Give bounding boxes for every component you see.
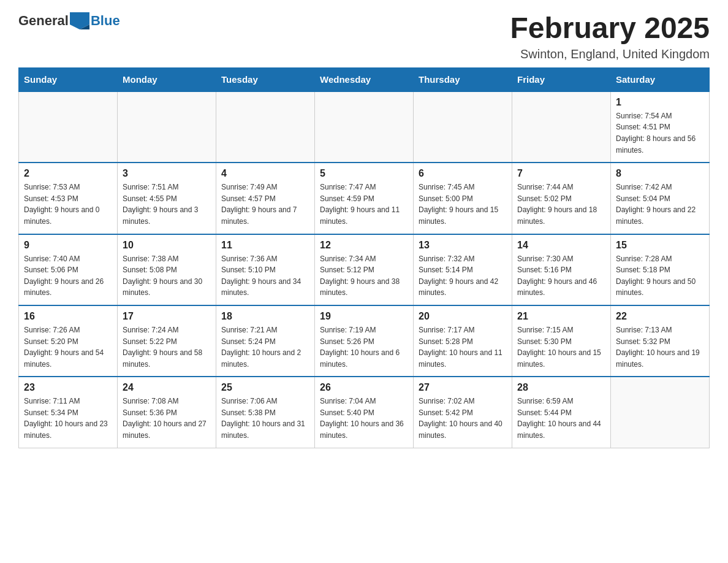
- calendar-cell: 14Sunrise: 7:30 AMSunset: 5:16 PMDayligh…: [512, 234, 611, 305]
- day-info: Sunrise: 7:30 AMSunset: 5:16 PMDaylight:…: [517, 253, 605, 299]
- day-info: Sunrise: 7:08 AMSunset: 5:36 PMDaylight:…: [123, 396, 211, 441]
- calendar-cell: [216, 91, 315, 163]
- calendar-cell: 1Sunrise: 7:54 AMSunset: 4:51 PMDaylight…: [611, 91, 710, 163]
- calendar-cell: 18Sunrise: 7:21 AMSunset: 5:24 PMDayligh…: [216, 305, 315, 377]
- day-number: 13: [419, 240, 507, 251]
- day-number: 23: [24, 382, 112, 393]
- calendar-cell: 19Sunrise: 7:19 AMSunset: 5:26 PMDayligh…: [315, 305, 414, 377]
- calendar-week-row: 1Sunrise: 7:54 AMSunset: 4:51 PMDaylight…: [19, 91, 710, 163]
- calendar-week-row: 16Sunrise: 7:26 AMSunset: 5:20 PMDayligh…: [19, 305, 710, 377]
- calendar-day-header: Wednesday: [315, 67, 414, 91]
- day-info: Sunrise: 7:51 AMSunset: 4:55 PMDaylight:…: [123, 182, 211, 227]
- day-info: Sunrise: 7:54 AMSunset: 4:51 PMDaylight:…: [616, 110, 704, 156]
- calendar-day-header: Tuesday: [216, 67, 315, 91]
- day-info: Sunrise: 7:02 AMSunset: 5:42 PMDaylight:…: [419, 396, 507, 441]
- day-number: 15: [616, 240, 704, 251]
- calendar-cell: 13Sunrise: 7:32 AMSunset: 5:14 PMDayligh…: [414, 234, 512, 305]
- day-number: 26: [320, 382, 408, 393]
- calendar-cell: 26Sunrise: 7:04 AMSunset: 5:40 PMDayligh…: [315, 377, 414, 448]
- day-number: 25: [221, 382, 309, 393]
- day-info: Sunrise: 7:04 AMSunset: 5:40 PMDaylight:…: [320, 396, 408, 441]
- logo-text-blue: Blue: [91, 13, 120, 29]
- calendar-cell: [611, 377, 710, 448]
- day-info: Sunrise: 7:38 AMSunset: 5:08 PMDaylight:…: [123, 253, 211, 299]
- calendar-cell: 24Sunrise: 7:08 AMSunset: 5:36 PMDayligh…: [118, 377, 216, 448]
- day-info: Sunrise: 7:24 AMSunset: 5:22 PMDaylight:…: [123, 324, 211, 370]
- day-info: Sunrise: 7:49 AMSunset: 4:57 PMDaylight:…: [221, 182, 309, 227]
- day-info: Sunrise: 7:11 AMSunset: 5:34 PMDaylight:…: [24, 396, 112, 441]
- day-info: Sunrise: 7:44 AMSunset: 5:02 PMDaylight:…: [517, 182, 605, 227]
- day-info: Sunrise: 7:32 AMSunset: 5:14 PMDaylight:…: [419, 253, 507, 299]
- calendar-table: SundayMondayTuesdayWednesdayThursdayFrid…: [18, 67, 710, 448]
- calendar-cell: [118, 91, 216, 163]
- day-info: Sunrise: 7:06 AMSunset: 5:38 PMDaylight:…: [221, 396, 309, 441]
- day-number: 12: [320, 240, 408, 251]
- calendar-cell: 28Sunrise: 6:59 AMSunset: 5:44 PMDayligh…: [512, 377, 611, 448]
- page-header: General Blue February 2025 Swinton, Engl…: [18, 12, 710, 61]
- day-info: Sunrise: 7:26 AMSunset: 5:20 PMDaylight:…: [24, 324, 112, 370]
- day-info: Sunrise: 7:42 AMSunset: 5:04 PMDaylight:…: [616, 182, 704, 227]
- month-title: February 2025: [510, 12, 710, 45]
- day-number: 10: [123, 240, 211, 251]
- day-info: Sunrise: 7:17 AMSunset: 5:28 PMDaylight:…: [419, 324, 507, 370]
- day-number: 22: [616, 311, 704, 322]
- calendar-cell: 22Sunrise: 7:13 AMSunset: 5:32 PMDayligh…: [611, 305, 710, 377]
- day-number: 21: [517, 311, 605, 322]
- calendar-cell: 27Sunrise: 7:02 AMSunset: 5:42 PMDayligh…: [414, 377, 512, 448]
- calendar-cell: 3Sunrise: 7:51 AMSunset: 4:55 PMDaylight…: [118, 163, 216, 234]
- calendar-week-row: 23Sunrise: 7:11 AMSunset: 5:34 PMDayligh…: [19, 377, 710, 448]
- day-info: Sunrise: 7:36 AMSunset: 5:10 PMDaylight:…: [221, 253, 309, 299]
- calendar-cell: [414, 91, 512, 163]
- calendar-cell: 9Sunrise: 7:40 AMSunset: 5:06 PMDaylight…: [19, 234, 118, 305]
- day-number: 1: [616, 97, 704, 108]
- calendar-day-header: Thursday: [414, 67, 512, 91]
- day-info: Sunrise: 7:13 AMSunset: 5:32 PMDaylight:…: [616, 324, 704, 370]
- calendar-week-row: 9Sunrise: 7:40 AMSunset: 5:06 PMDaylight…: [19, 234, 710, 305]
- calendar-cell: 12Sunrise: 7:34 AMSunset: 5:12 PMDayligh…: [315, 234, 414, 305]
- logo-text-general: General: [18, 13, 69, 29]
- calendar-cell: 7Sunrise: 7:44 AMSunset: 5:02 PMDaylight…: [512, 163, 611, 234]
- day-number: 8: [616, 168, 704, 179]
- calendar-day-header: Monday: [118, 67, 216, 91]
- calendar-week-row: 2Sunrise: 7:53 AMSunset: 4:53 PMDaylight…: [19, 163, 710, 234]
- day-info: Sunrise: 7:19 AMSunset: 5:26 PMDaylight:…: [320, 324, 408, 370]
- calendar-cell: 15Sunrise: 7:28 AMSunset: 5:18 PMDayligh…: [611, 234, 710, 305]
- day-number: 5: [320, 168, 408, 179]
- day-number: 4: [221, 168, 309, 179]
- calendar-cell: 17Sunrise: 7:24 AMSunset: 5:22 PMDayligh…: [118, 305, 216, 377]
- day-info: Sunrise: 7:47 AMSunset: 4:59 PMDaylight:…: [320, 182, 408, 227]
- title-section: February 2025 Swinton, England, United K…: [510, 12, 710, 61]
- day-number: 18: [221, 311, 309, 322]
- day-number: 17: [123, 311, 211, 322]
- calendar-cell: 10Sunrise: 7:38 AMSunset: 5:08 PMDayligh…: [118, 234, 216, 305]
- calendar-cell: 5Sunrise: 7:47 AMSunset: 4:59 PMDaylight…: [315, 163, 414, 234]
- day-number: 16: [24, 311, 112, 322]
- calendar-day-header: Friday: [512, 67, 611, 91]
- day-number: 6: [419, 168, 507, 179]
- calendar-cell: [315, 91, 414, 163]
- calendar-cell: 2Sunrise: 7:53 AMSunset: 4:53 PMDaylight…: [19, 163, 118, 234]
- calendar-cell: 25Sunrise: 7:06 AMSunset: 5:38 PMDayligh…: [216, 377, 315, 448]
- calendar-cell: 21Sunrise: 7:15 AMSunset: 5:30 PMDayligh…: [512, 305, 611, 377]
- day-number: 27: [419, 382, 507, 393]
- day-number: 20: [419, 311, 507, 322]
- calendar-cell: 8Sunrise: 7:42 AMSunset: 5:04 PMDaylight…: [611, 163, 710, 234]
- calendar-cell: [19, 91, 118, 163]
- day-info: Sunrise: 7:34 AMSunset: 5:12 PMDaylight:…: [320, 253, 408, 299]
- calendar-cell: 11Sunrise: 7:36 AMSunset: 5:10 PMDayligh…: [216, 234, 315, 305]
- calendar-cell: 20Sunrise: 7:17 AMSunset: 5:28 PMDayligh…: [414, 305, 512, 377]
- day-number: 2: [24, 168, 112, 179]
- day-info: Sunrise: 7:40 AMSunset: 5:06 PMDaylight:…: [24, 253, 112, 299]
- day-info: Sunrise: 7:53 AMSunset: 4:53 PMDaylight:…: [24, 182, 112, 227]
- day-info: Sunrise: 6:59 AMSunset: 5:44 PMDaylight:…: [517, 396, 605, 441]
- calendar-cell: 4Sunrise: 7:49 AMSunset: 4:57 PMDaylight…: [216, 163, 315, 234]
- calendar-cell: 6Sunrise: 7:45 AMSunset: 5:00 PMDaylight…: [414, 163, 512, 234]
- day-info: Sunrise: 7:45 AMSunset: 5:00 PMDaylight:…: [419, 182, 507, 227]
- day-number: 11: [221, 240, 309, 251]
- logo-icon: [70, 12, 89, 29]
- day-number: 9: [24, 240, 112, 251]
- location: Swinton, England, United Kingdom: [510, 47, 710, 61]
- day-info: Sunrise: 7:28 AMSunset: 5:18 PMDaylight:…: [616, 253, 704, 299]
- calendar-cell: [512, 91, 611, 163]
- day-number: 14: [517, 240, 605, 251]
